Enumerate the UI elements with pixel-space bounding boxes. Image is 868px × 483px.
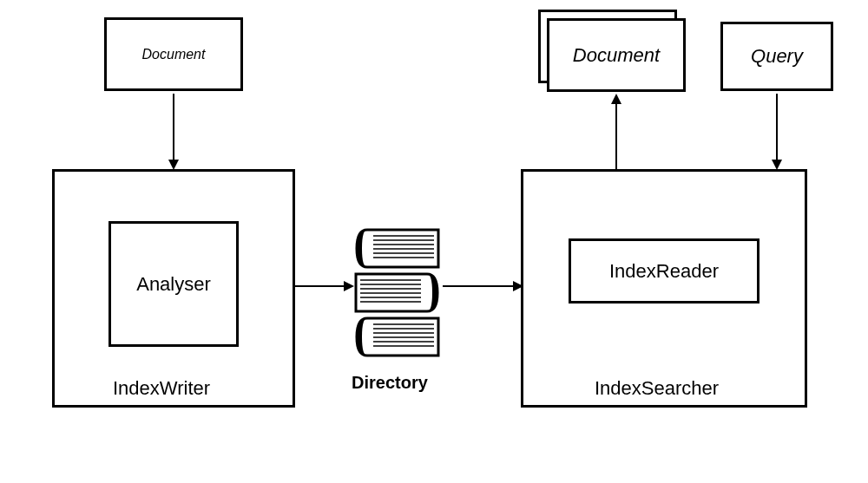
index-searcher-label: IndexSearcher (595, 377, 719, 400)
arrow-searcher-to-documents (615, 94, 618, 172)
directory-icon (352, 225, 443, 364)
svg-marker-25 (611, 94, 621, 104)
analyser-text: Analyser (136, 273, 211, 296)
index-reader-text: IndexReader (609, 260, 719, 283)
directory-label: Directory (352, 373, 428, 393)
arrow-document-to-writer (172, 94, 175, 172)
index-reader-box: IndexReader (569, 238, 760, 304)
index-writer-label: IndexWriter (113, 377, 210, 400)
analyser-box: Analyser (108, 221, 239, 347)
query-text: Query (751, 45, 803, 68)
document-box: Document (104, 17, 243, 91)
document-text: Document (142, 47, 206, 62)
documents-box-front: Document (547, 18, 686, 92)
arrow-writer-to-directory (295, 284, 356, 288)
arrow-query-to-searcher (775, 94, 779, 172)
documents-text: Document (573, 44, 660, 67)
query-box: Query (720, 22, 833, 91)
arrow-directory-to-searcher (443, 284, 525, 288)
